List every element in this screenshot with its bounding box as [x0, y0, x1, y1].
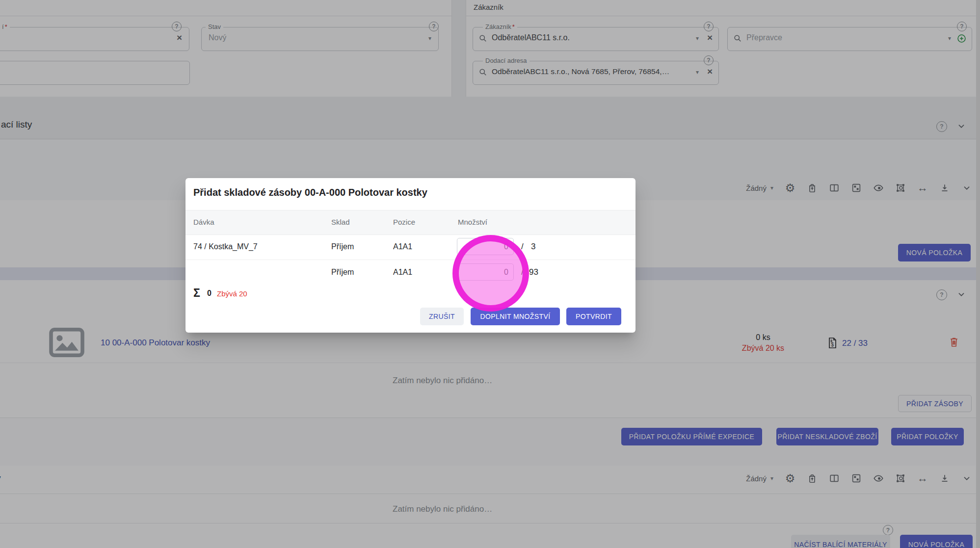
cell-max: 3 — [531, 242, 535, 252]
confirm-button[interactable]: POTVRDIT — [566, 308, 621, 325]
table-row: Příjem A1A1 / 93 — [185, 260, 636, 285]
app-screen: í* × ? Stav Nový ▾ ? Zákazník Zákazník* … — [0, 0, 980, 548]
quantity-input[interactable] — [457, 263, 514, 281]
fill-quantity-button[interactable]: DOPLNIT MNOŽSTVÍ — [471, 308, 560, 325]
remaining-text: Zbývá 20 — [217, 289, 247, 298]
cell-pozice: A1A1 — [393, 268, 412, 277]
slash-separator: / — [521, 267, 524, 277]
sum-value: 0 — [207, 289, 212, 298]
quantity-input[interactable] — [457, 238, 514, 255]
add-stock-dialog: Přidat skladové zásoby 00-A-000 Polotova… — [185, 178, 636, 333]
cell-pozice: A1A1 — [393, 242, 412, 251]
cell-sklad: Příjem — [331, 268, 354, 277]
col-mnozstvi: Množství — [458, 218, 487, 226]
cell-davka: 74 / Kostka_MV_7 — [193, 242, 258, 251]
cell-max: 93 — [529, 267, 538, 277]
slash-separator: / — [521, 242, 524, 252]
col-pozice: Pozice — [393, 218, 415, 226]
cancel-button[interactable]: ZRUŠIT — [420, 308, 464, 325]
cell-sklad: Příjem — [331, 242, 354, 251]
dialog-title: Přidat skladové zásoby 00-A-000 Polotova… — [193, 187, 427, 198]
col-davka: Dávka — [193, 218, 214, 226]
dialog-table-header: Dávka Sklad Pozice Množství — [185, 210, 636, 235]
sum-icon: Σ — [193, 287, 200, 300]
table-row: 74 / Kostka_MV_7 Příjem A1A1 / 3 — [185, 234, 636, 260]
remaining-value: 20 — [239, 289, 247, 298]
col-sklad: Sklad — [331, 218, 350, 226]
